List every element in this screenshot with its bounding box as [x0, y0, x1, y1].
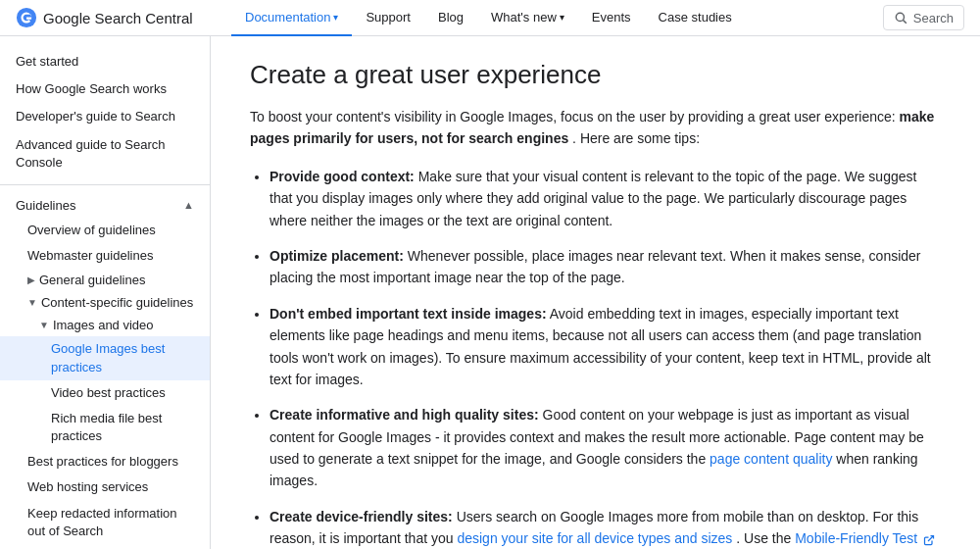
svg-line-3 — [928, 535, 934, 541]
nav-events[interactable]: Events — [578, 0, 645, 36]
main-nav: Documentation ▾ Support Blog What's new … — [231, 0, 883, 36]
triangle-down-icon: ▼ — [27, 297, 37, 308]
sidebar-item-web-hosting[interactable]: Web hosting services — [0, 474, 210, 500]
device-types-link[interactable]: design your site for all device types an… — [457, 530, 732, 546]
layout: Get started How Google Search works Deve… — [0, 36, 980, 549]
sidebar-item-content-specific[interactable]: ▼ Content-specific guidelines — [0, 291, 210, 314]
guidelines-section: Guidelines ▲ Overview of guidelines Webm… — [0, 193, 210, 549]
logo-text: Google Search Central — [43, 10, 193, 26]
sidebar-item-how-google-works[interactable]: How Google Search works — [0, 75, 210, 103]
svg-line-2 — [903, 21, 906, 24]
external-link-icon — [923, 534, 935, 546]
list-item: Provide good context: Make sure that you… — [270, 166, 941, 231]
nav-case-studies[interactable]: Case studies — [645, 0, 746, 36]
sidebar-item-video-best[interactable]: Video best practices — [0, 380, 210, 406]
sidebar-item-webmaster[interactable]: Webmaster guidelines — [0, 243, 210, 269]
search-button[interactable]: Search — [883, 5, 964, 30]
triangle-down-icon-2: ▼ — [39, 320, 49, 330]
sidebar: Get started How Google Search works Deve… — [0, 36, 211, 549]
google-icon — [16, 7, 37, 28]
list-item: Create informative and high quality site… — [270, 404, 941, 492]
chevron-down-icon: ▾ — [333, 12, 338, 23]
chevron-down-icon: ▾ — [560, 12, 564, 23]
list-item: Create device-friendly sites: Users sear… — [270, 506, 941, 549]
sidebar-item-get-started[interactable]: Get started — [0, 48, 210, 75]
svg-point-1 — [896, 13, 904, 21]
sidebar-item-developers-guide[interactable]: Developer's guide to Search — [0, 103, 210, 130]
sidebar-item-google-images[interactable]: Google Images best practices — [0, 336, 210, 379]
sidebar-item-redacted[interactable]: Keep redacted information out of Search — [0, 501, 210, 544]
page-title: Create a great user experience — [250, 60, 941, 90]
sidebar-item-bloggers[interactable]: Best practices for bloggers — [0, 449, 210, 474]
nav-support[interactable]: Support — [352, 0, 424, 36]
guidelines-header[interactable]: Guidelines ▲ — [0, 193, 210, 218]
triangle-right-icon: ▶ — [27, 274, 35, 285]
sidebar-divider — [0, 184, 210, 185]
chevron-up-icon: ▲ — [183, 199, 194, 211]
tips-list: Provide good context: Make sure that you… — [250, 166, 941, 549]
logo: Google Search Central — [16, 7, 231, 28]
sidebar-item-rich-media[interactable]: Rich media file best practices — [0, 406, 210, 449]
sidebar-item-general[interactable]: ▶ General guidelines — [0, 269, 210, 291]
sidebar-item-amp[interactable]: AMP on Google Search guidelines — [0, 544, 210, 549]
page-content-quality-link[interactable]: page content quality — [710, 451, 832, 467]
nav-whats-new[interactable]: What's new ▾ — [477, 0, 578, 36]
main-content: Create a great user experience To boost … — [211, 36, 980, 549]
list-item: Optimize placement: Whenever possible, p… — [270, 245, 941, 289]
header: Google Search Central Documentation ▾ Su… — [0, 0, 980, 36]
search-icon — [894, 11, 907, 25]
nav-documentation[interactable]: Documentation ▾ — [231, 0, 352, 36]
nav-blog[interactable]: Blog — [424, 0, 477, 36]
sidebar-item-images-video[interactable]: ▼ Images and video — [0, 314, 210, 336]
sidebar-item-advanced-guide[interactable]: Advanced guide to Search Console — [0, 131, 210, 176]
sidebar-item-overview[interactable]: Overview of guidelines — [0, 218, 210, 243]
mobile-friendly-link[interactable]: Mobile-Friendly Test — [795, 530, 917, 546]
intro-paragraph: To boost your content's visibility in Go… — [250, 106, 941, 150]
list-item: Don't embed important text inside images… — [270, 303, 941, 391]
